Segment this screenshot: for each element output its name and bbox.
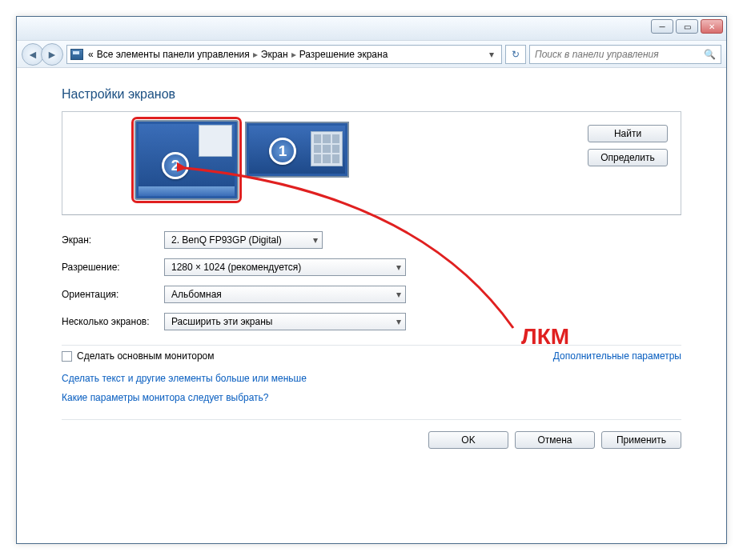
search-box[interactable]: 🔍 bbox=[529, 45, 721, 64]
monitor-area: 2 1 bbox=[135, 120, 349, 200]
refresh-button[interactable]: ↻ bbox=[505, 45, 526, 64]
content-area: Настройки экранов 2 1 Найти Определить bbox=[17, 68, 726, 543]
advanced-settings-link[interactable]: Дополнительные параметры bbox=[553, 350, 681, 362]
address-bar[interactable]: « Все элементы панели управления ▸ Экран… bbox=[66, 45, 502, 64]
breadcrumb-prefix: « bbox=[88, 49, 94, 60]
nav-arrows: ◄ ► bbox=[22, 43, 63, 66]
label-resolution: Разрешение: bbox=[62, 262, 164, 273]
ok-button[interactable]: OK bbox=[428, 431, 508, 449]
label-multi: Несколько экранов: bbox=[62, 316, 164, 327]
monitor-badge-1: 1 bbox=[269, 138, 296, 165]
links-block: Сделать текст и другие элементы больше и… bbox=[62, 373, 681, 403]
address-dropdown[interactable]: ▾ bbox=[485, 49, 498, 60]
apply-button[interactable]: Применить bbox=[601, 431, 681, 449]
identify-button[interactable]: Определить bbox=[588, 149, 668, 166]
primary-monitor-checkbox-wrap: Сделать основным монитором bbox=[62, 350, 215, 362]
minimize-button[interactable]: ─ bbox=[651, 19, 673, 34]
page-title: Настройки экранов bbox=[62, 87, 681, 102]
footer-buttons: OK Отмена Применить bbox=[62, 431, 681, 449]
titlebar: ─ ▭ ✕ bbox=[17, 17, 726, 41]
forward-button[interactable]: ► bbox=[41, 43, 63, 66]
monitor-side-buttons: Найти Определить bbox=[588, 125, 668, 166]
label-screen: Экран: bbox=[62, 234, 164, 246]
cancel-button[interactable]: Отмена bbox=[515, 431, 595, 449]
breadcrumb: « Все элементы панели управления ▸ Экран… bbox=[88, 49, 388, 60]
window-frame: ─ ▭ ✕ ◄ ► « Все элементы панели управлен… bbox=[16, 16, 727, 544]
breadcrumb-item[interactable]: Разрешение экрана bbox=[299, 49, 388, 60]
form-rows: Экран: 2. BenQ FP93GP (Digital) Разрешен… bbox=[62, 231, 681, 330]
primary-monitor-label: Сделать основным монитором bbox=[77, 350, 215, 362]
monitor-thumb-2[interactable]: 2 bbox=[135, 120, 239, 200]
monitor-badge-2: 2 bbox=[162, 152, 189, 179]
find-button[interactable]: Найти bbox=[588, 125, 668, 142]
search-icon[interactable]: 🔍 bbox=[704, 49, 716, 60]
monitor-preview: 2 1 Найти Определить bbox=[62, 111, 681, 215]
primary-monitor-checkbox[interactable] bbox=[62, 351, 72, 362]
combo-resolution[interactable]: 1280 × 1024 (рекомендуется) bbox=[164, 258, 406, 276]
chevron-right-icon: ▸ bbox=[291, 49, 296, 60]
chevron-right-icon: ▸ bbox=[253, 49, 258, 60]
breadcrumb-item[interactable]: Экран bbox=[261, 49, 288, 60]
combo-orientation[interactable]: Альбомная bbox=[164, 286, 406, 303]
monitor-thumb-1[interactable]: 1 bbox=[245, 122, 349, 178]
search-input[interactable] bbox=[535, 49, 704, 60]
combo-screen[interactable]: 2. BenQ FP93GP (Digital) bbox=[164, 231, 323, 249]
control-panel-icon bbox=[70, 49, 83, 60]
text-size-link[interactable]: Сделать текст и другие элементы больше и… bbox=[62, 373, 681, 384]
nav-row: ◄ ► « Все элементы панели управления ▸ Э… bbox=[17, 41, 726, 68]
label-orientation: Ориентация: bbox=[62, 289, 164, 300]
combo-multi[interactable]: Расширить эти экраны bbox=[164, 313, 406, 330]
which-settings-link[interactable]: Какие параметры монитора следует выбрать… bbox=[62, 392, 681, 403]
maximize-button[interactable]: ▭ bbox=[676, 19, 698, 34]
window-controls: ─ ▭ ✕ bbox=[651, 19, 723, 34]
breadcrumb-item[interactable]: Все элементы панели управления bbox=[97, 49, 250, 60]
divider bbox=[62, 419, 681, 420]
close-button[interactable]: ✕ bbox=[701, 19, 723, 34]
checkbox-row: Сделать основным монитором Дополнительны… bbox=[62, 345, 681, 362]
